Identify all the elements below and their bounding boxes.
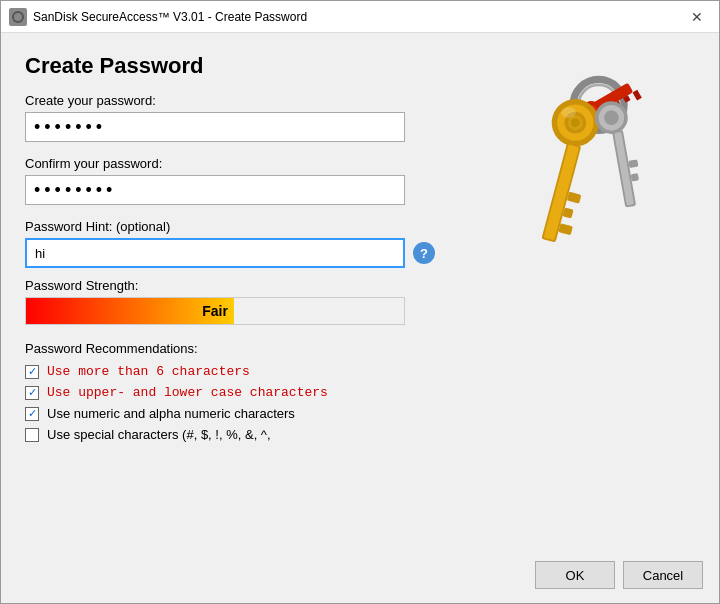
confirm-input[interactable]	[25, 175, 405, 205]
password-input[interactable]	[25, 112, 405, 142]
left-panel: Create Password Create your password: Co…	[25, 53, 475, 537]
rec-checkbox-1[interactable]	[25, 365, 39, 379]
right-panel	[475, 53, 695, 537]
hint-input[interactable]	[25, 238, 405, 268]
hint-help-icon[interactable]: ?	[413, 242, 435, 264]
strength-bar: Fair	[25, 297, 405, 325]
recommendations-title: Password Recommendations:	[25, 341, 475, 356]
title-bar: SanDisk SecureAccess™ V3.01 - Create Pas…	[1, 1, 719, 33]
main-window: SanDisk SecureAccess™ V3.01 - Create Pas…	[0, 0, 720, 604]
app-icon	[9, 8, 27, 26]
svg-rect-27	[628, 159, 638, 168]
rec-text-2: Use upper- and lower case characters	[47, 385, 328, 400]
strength-text: Fair	[202, 303, 228, 319]
rec-checkbox-2[interactable]	[25, 386, 39, 400]
page-title: Create Password	[25, 53, 475, 79]
rec-text-1: Use more than 6 characters	[47, 364, 250, 379]
rec-item-4: Use special characters (#, $, !, %, &, ^…	[25, 427, 475, 442]
hint-label: Password Hint: (optional)	[25, 219, 475, 234]
rec-item-2: Use upper- and lower case characters	[25, 385, 475, 400]
ok-button[interactable]: OK	[535, 561, 615, 589]
keys-illustration	[495, 73, 675, 273]
rec-item-3: Use numeric and alpha numeric characters	[25, 406, 475, 421]
rec-checkbox-3[interactable]	[25, 407, 39, 421]
close-button[interactable]: ✕	[683, 3, 711, 31]
svg-rect-20	[558, 223, 573, 235]
hint-row: ?	[25, 238, 475, 268]
cancel-button[interactable]: Cancel	[623, 561, 703, 589]
rec-checkbox-4[interactable]	[25, 428, 39, 442]
svg-rect-28	[631, 173, 639, 181]
svg-rect-9	[633, 90, 642, 101]
password-label: Create your password:	[25, 93, 475, 108]
confirm-label: Confirm your password:	[25, 156, 475, 171]
strength-label: Password Strength:	[25, 278, 475, 293]
rec-item-1: Use more than 6 characters	[25, 364, 475, 379]
footer: OK Cancel	[1, 553, 719, 603]
svg-point-1	[14, 13, 22, 21]
rec-text-3: Use numeric and alpha numeric characters	[47, 406, 295, 421]
window-title: SanDisk SecureAccess™ V3.01 - Create Pas…	[33, 10, 683, 24]
rec-text-4: Use special characters (#, $, !, %, &, ^…	[47, 427, 271, 442]
svg-rect-18	[567, 192, 582, 204]
